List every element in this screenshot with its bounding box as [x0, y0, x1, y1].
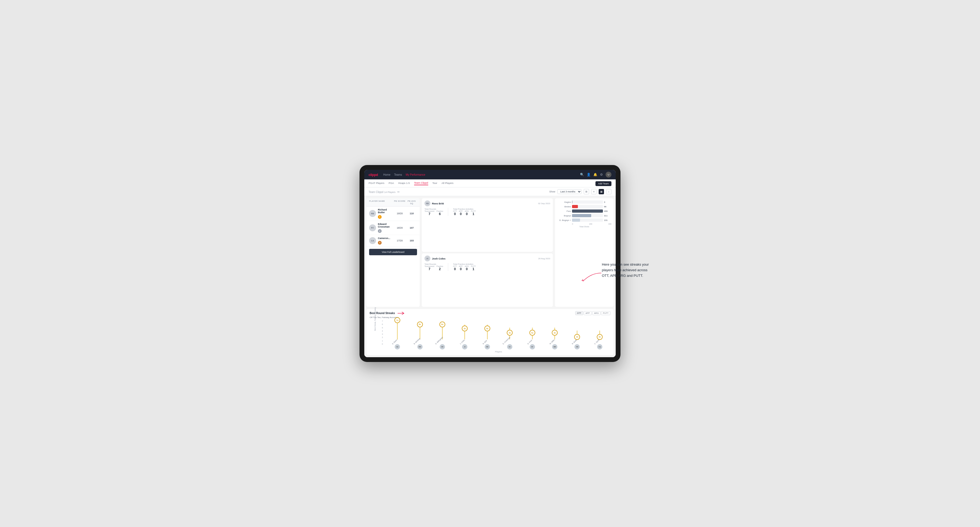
- card-date-1: 26 Aug 2023: [538, 257, 550, 260]
- player-score-2: 17/20: [393, 239, 406, 242]
- annotation: Here you can see streaks your players ha…: [602, 262, 655, 278]
- streak-columns: 7x E. Ebert EE 6x B. McHarg BM 6x D. Bil…: [387, 320, 610, 349]
- player-row-0[interactable]: RB Richard Butler 1 19/20 110: [366, 206, 420, 221]
- putt-button[interactable]: PUTT: [601, 311, 610, 315]
- nav-links: Home Teams My Performance: [383, 173, 575, 176]
- bar-label: D. Bogeys +: [557, 219, 571, 221]
- player-name-rotated: J. Coles: [458, 337, 465, 344]
- player-dot: DB: [440, 344, 445, 349]
- bell-icon[interactable]: 🔔: [593, 173, 597, 176]
- player-name-rotated: D. Billingham: [433, 335, 443, 344]
- player-row-1[interactable]: EC Edward Crossman 2 18/20 107: [366, 221, 420, 235]
- player-dot: BM: [417, 344, 423, 349]
- streak-bubble: 5x: [484, 325, 490, 332]
- bar-value: 3: [604, 201, 611, 203]
- streak-col: 5x R. Britt RB: [477, 320, 498, 349]
- chart-bar-row: D. Bogeys + 131: [557, 219, 611, 222]
- view-leaderboard-button[interactable]: View Full Leaderboard: [369, 249, 417, 255]
- streak-col: 4x E. Crossman EC: [499, 320, 520, 349]
- practice-col-first: Practice 6: [436, 210, 443, 216]
- view-sort-btn[interactable]: ↕: [606, 189, 611, 194]
- player-avatar-0: RB: [369, 210, 376, 217]
- view-grid-btn[interactable]: ⊞: [584, 189, 589, 194]
- chart-bar-row: Pars 499: [557, 210, 611, 213]
- subnav-pgat[interactable]: PGAT Players: [369, 181, 384, 185]
- col-player-name: PLAYER NAME: [369, 200, 393, 205]
- streak-bubble: 6x: [417, 322, 423, 327]
- bar-value: 311: [604, 214, 611, 217]
- player-name-rotated: E. Ebert: [390, 338, 398, 344]
- search-icon[interactable]: 🔍: [580, 173, 584, 176]
- player-avatar-2: CA: [369, 237, 376, 244]
- nav-icons: 🔍 👤 🔔 ⚙ U: [580, 171, 611, 178]
- stat-divider-1: [448, 263, 448, 271]
- ott-button[interactable]: OTT: [575, 311, 583, 315]
- team-name-label: Team Clippd 14 Players ✏: [369, 190, 400, 194]
- player-info-0: Richard Butler 1: [378, 208, 393, 219]
- app-button[interactable]: APP: [584, 311, 592, 315]
- streak-col: 4x M. Miller MM: [544, 320, 565, 349]
- player-avg-0: 110: [406, 212, 417, 215]
- bar-fill: [572, 214, 591, 217]
- card-stats-1: Total Rounds Tournament 7 Practice 2: [425, 263, 550, 271]
- subnav-tour[interactable]: Tour: [433, 181, 437, 185]
- streak-chart-container: Best Streak, Fairway Accuracy 7 6 5 4 3 …: [370, 320, 610, 353]
- player-badge-0: 1: [378, 215, 382, 219]
- best-round-streaks-title: Best Round Streaks: [370, 312, 395, 314]
- date-range-select[interactable]: Last 3 months: [557, 189, 582, 194]
- bar-track: [572, 210, 603, 213]
- bar-value: 131: [604, 219, 611, 221]
- chart-x-labels: 0 200 400: [557, 223, 611, 225]
- player-leaderboard: PLAYER NAME PB SCORE PB AVG SQ RB Richar…: [366, 198, 420, 307]
- nav-home[interactable]: Home: [383, 173, 390, 176]
- subnav-right: Add Team: [595, 181, 611, 186]
- arg-button[interactable]: ARG: [592, 311, 600, 315]
- chart-bar-row: Birdies 96: [557, 205, 611, 208]
- streak-col: 7x E. Ebert EE: [387, 320, 408, 349]
- streak-bubble: 4x: [507, 330, 513, 336]
- settings-icon[interactable]: ⚙: [600, 173, 603, 176]
- bottom-section: Best Round Streaks OTT APP ARG PUTT Off …: [366, 309, 614, 355]
- subnav-team-clippd[interactable]: Team Clippd: [414, 181, 428, 185]
- player-name-rotated: R. Britt: [480, 338, 487, 344]
- avatar[interactable]: U: [606, 171, 611, 178]
- chart-title: Total Shots: [557, 225, 611, 228]
- player-dot: RB: [574, 344, 580, 349]
- player-score-0: 19/20: [393, 212, 406, 215]
- edit-icon[interactable]: ✏: [397, 190, 400, 194]
- view-list-btn[interactable]: ≡: [591, 189, 597, 194]
- stat-total-rounds-1: Total Rounds Tournament 7 Practice 2: [425, 263, 443, 271]
- subnav-all-players[interactable]: All Players: [442, 181, 453, 185]
- player-name-rotated: M. Miller: [547, 337, 555, 345]
- bottom-header: Best Round Streaks OTT APP ARG PUTT: [370, 311, 610, 315]
- user-icon[interactable]: 👤: [587, 173, 591, 176]
- table-header: PLAYER NAME PB SCORE PB AVG SQ: [366, 198, 420, 206]
- card-header-1: JC Josh Coles 26 Aug 2023: [425, 256, 550, 261]
- player-avg-1: 107: [406, 227, 417, 229]
- view-chart-btn[interactable]: ▦: [599, 189, 604, 194]
- streak-bubble: 3x: [574, 334, 580, 340]
- player-card-1: JC Josh Coles 26 Aug 2023 Total Rounds T…: [422, 253, 553, 307]
- nav-my-performance[interactable]: My Performance: [406, 173, 425, 176]
- nav-teams[interactable]: Teams: [394, 173, 402, 176]
- app-logo: clippd: [369, 173, 378, 177]
- player-score-1: 18/20: [393, 227, 406, 229]
- card-player-info-1: JC Josh Coles: [425, 256, 445, 261]
- player-name-1: Edward Crossman: [378, 223, 393, 228]
- right-panel-chart: Eagles 3 Birdies 96 Pars 499 Bogeys 311: [555, 198, 614, 307]
- player-badge-2: 3: [378, 241, 382, 244]
- chart-area: 7 6 5 4 3 2 1 0 7x: [382, 320, 610, 353]
- card-player-name-first: Rees Britt: [432, 202, 444, 205]
- card-header-first: RB Rees Britt 02 Sep 2023: [425, 200, 550, 206]
- subnav-pga[interactable]: PGA: [388, 181, 394, 185]
- add-team-button[interactable]: Add Team: [595, 181, 611, 186]
- middle-panel: RB Rees Britt 02 Sep 2023 Total Rounds T…: [422, 198, 553, 307]
- streak-col: 4x D. Ford DF: [522, 320, 543, 349]
- subnav-hcaps[interactable]: Hcaps 1-5: [398, 181, 410, 185]
- chart-subtitle: Off The Tee, Fairway Accuracy: [370, 316, 610, 319]
- streak-bubble: 6x: [439, 322, 445, 327]
- player-row-2[interactable]: CA Cameron... 3 17/20 103: [366, 235, 420, 247]
- stat-practice-activities-1: Total Practice Activities OTT 0 APP 0: [453, 263, 476, 271]
- tournament-col-first: Tournament 7: [425, 210, 434, 216]
- arrow-icon: [397, 311, 405, 315]
